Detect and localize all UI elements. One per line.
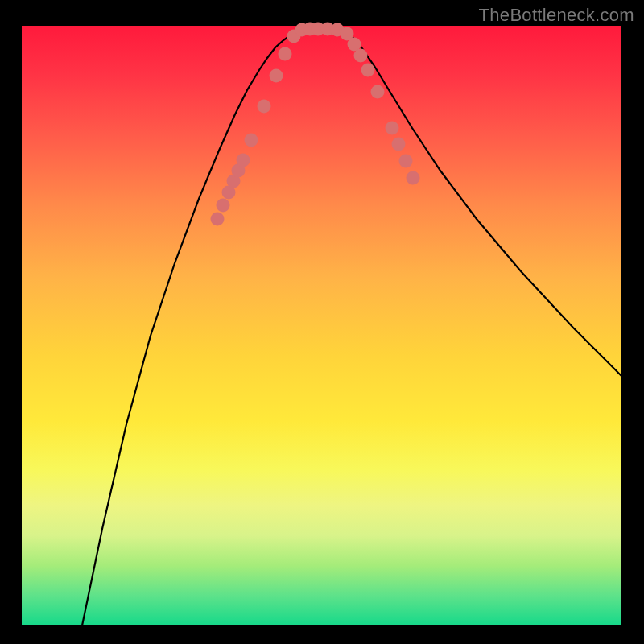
data-point — [211, 213, 225, 226]
watermark-text: TheBottleneck.com — [479, 5, 634, 26]
chart-svg — [22, 26, 621, 625]
data-point — [361, 64, 375, 77]
data-point — [270, 69, 283, 83]
data-point — [237, 154, 250, 167]
data-point — [354, 49, 368, 63]
curve-right — [344, 30, 621, 376]
data-point — [407, 171, 420, 185]
scatter-dots — [211, 23, 420, 226]
data-point — [279, 47, 292, 61]
data-point — [371, 85, 385, 99]
data-point — [258, 100, 271, 114]
chart-frame — [22, 26, 621, 625]
data-point — [392, 138, 406, 151]
data-point — [386, 122, 399, 135]
data-point — [217, 199, 230, 213]
curve-left — [82, 30, 299, 625]
data-point — [245, 134, 258, 147]
data-point — [399, 155, 413, 168]
